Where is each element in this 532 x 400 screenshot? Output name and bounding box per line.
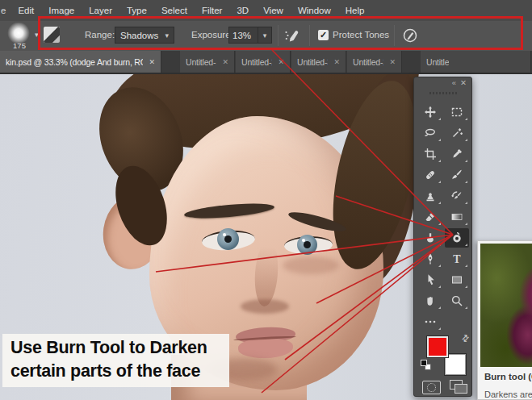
tab-label: Untitled-2 [241, 57, 272, 67]
gradient-tool[interactable] [445, 207, 469, 227]
default-colors-icon[interactable] [421, 360, 432, 371]
pen-tool[interactable] [418, 249, 442, 269]
svg-text:T: T [453, 253, 461, 265]
history-brush-tool[interactable] [445, 186, 469, 206]
eraser-tool[interactable] [418, 207, 442, 227]
menu-item-help[interactable]: Help [343, 4, 367, 17]
portrait-pupil [304, 241, 311, 248]
document-tab[interactable]: Untitled-2 ✕ [236, 51, 291, 73]
tooltip-title: Burn tool (O [484, 372, 532, 381]
type-tool[interactable]: T [445, 249, 469, 269]
portrait-eye-highlight [223, 233, 226, 236]
document-tab-active[interactable]: kin.psd @ 33.3% (dodge And burn, RGB/8) … [0, 51, 161, 73]
tools-panel: « ✕ [413, 77, 472, 397]
menu-item-clipped[interactable]: e [1, 6, 6, 15]
burn-tool-tooltip: Burn tool (O Darkens are [477, 240, 532, 400]
menu-item-type[interactable]: Type [124, 4, 149, 17]
menu-item-filter[interactable]: Filter [199, 4, 225, 17]
tab-label: Untitled-2 [353, 57, 383, 67]
exposure-input[interactable]: 13% [228, 27, 258, 44]
menu-item-3d[interactable]: 3D [234, 4, 251, 17]
zoom-tool[interactable] [445, 291, 469, 310]
protect-tones-checkbox[interactable]: ✓ [318, 30, 329, 40]
burn-tool[interactable] [445, 228, 469, 248]
document-tab[interactable]: Untitled-2 ✕ [347, 51, 402, 73]
close-tab-icon[interactable]: ✕ [389, 58, 396, 66]
close-tab-icon[interactable]: ✕ [149, 58, 155, 66]
rectangular-marquee-tool[interactable] [445, 102, 469, 122]
foreground-color-swatch[interactable] [427, 336, 448, 357]
menu-bar: e Edit Image Layer Type Select Filter 3D… [0, 0, 532, 21]
tab-label: Untitled-1 [186, 57, 216, 67]
document-tab[interactable]: Untitled-3 ✕ [291, 51, 346, 73]
caption-line-2: certain parts of the face [10, 360, 221, 383]
swap-colors-icon[interactable]: ⇄ [459, 332, 472, 345]
tool-options-bar: 175 ▾ Range: Shadows ▾ Exposure: 13% ▾ ✓… [0, 21, 532, 51]
panel-grip[interactable] [429, 92, 457, 94]
magic-wand-tool[interactable] [445, 123, 469, 143]
rectangle-tool[interactable] [445, 270, 469, 290]
protect-tones-label: Protect Tones [333, 30, 389, 40]
document-tab[interactable]: Untitled-1 ✕ [180, 51, 235, 73]
caption-overlay: Use Burn Tool to Darken certain parts of… [2, 334, 229, 387]
range-dropdown[interactable]: Shadows ▾ [115, 27, 174, 44]
chevron-down-icon: ▾ [263, 31, 267, 40]
burn-tool-preset-icon[interactable] [44, 27, 60, 43]
exposure-value: 13% [232, 31, 251, 40]
edit-toolbar[interactable] [418, 312, 442, 331]
photoshop-window: e Edit Image Layer Type Select Filter 3D… [0, 0, 532, 400]
tooltip-body: Darkens are [484, 390, 532, 399]
clone-stamp-tool[interactable] [418, 186, 442, 206]
range-label: Range: [85, 30, 115, 40]
caption-line-1: Use Burn Tool to Darken [10, 336, 221, 360]
close-tab-icon[interactable]: ✕ [278, 58, 284, 66]
brush-size-value: 175 [9, 41, 30, 50]
close-tab-icon[interactable]: ✕ [222, 58, 228, 66]
tab-gap [162, 51, 180, 73]
airbrush-icon[interactable] [282, 26, 301, 45]
chevron-down-icon: ▾ [165, 31, 169, 40]
path-selection-tool[interactable] [418, 270, 442, 290]
document-tab[interactable]: Untitle [421, 51, 531, 73]
portrait-eye-highlight [302, 239, 305, 242]
range-value: Shadows [120, 31, 158, 40]
screen-mode-button[interactable] [450, 380, 467, 394]
tab-gap [403, 51, 421, 73]
menu-item-image[interactable]: Image [46, 4, 77, 17]
tab-label: kin.psd @ 33.3% (dodge And burn, RGB/8) … [6, 57, 143, 67]
crop-tool[interactable] [418, 144, 442, 164]
menu-item-window[interactable]: Window [295, 4, 333, 17]
eyedropper-tool[interactable] [445, 144, 469, 164]
brush-tool[interactable] [445, 165, 469, 185]
pressure-size-icon[interactable] [400, 26, 420, 45]
separator [309, 25, 310, 46]
tab-label: Untitle [426, 57, 449, 67]
chevron-down-icon[interactable]: ▾ [35, 31, 39, 39]
tooltip-flower-image [480, 244, 532, 367]
portrait-shading [283, 256, 339, 274]
tools-panel-header[interactable]: « ✕ [414, 77, 471, 89]
screen-mode-front [455, 384, 467, 394]
menu-item-view[interactable]: View [261, 4, 286, 17]
menu-item-layer[interactable]: Layer [86, 4, 115, 17]
spot-healing-brush-tool[interactable] [418, 165, 442, 185]
tab-label: Untitled-3 [297, 57, 328, 67]
menu-item-select[interactable]: Select [159, 4, 190, 17]
close-panel-icon[interactable]: ✕ [460, 78, 467, 88]
smudge-tool[interactable] [418, 228, 442, 248]
default-foreground [421, 360, 427, 366]
separator [394, 25, 395, 46]
separator [278, 25, 279, 46]
exposure-label: Exposure: [191, 30, 233, 40]
move-tool[interactable] [418, 102, 442, 122]
document-tab-bar: kin.psd @ 33.3% (dodge And burn, RGB/8) … [0, 51, 532, 73]
hand-tool[interactable] [418, 291, 442, 310]
portrait-nostrils [241, 299, 289, 314]
portrait-pupil [224, 235, 232, 243]
lasso-tool[interactable] [418, 123, 442, 143]
close-tab-icon[interactable]: ✕ [333, 58, 340, 66]
collapse-panel-icon[interactable]: « [452, 78, 455, 88]
quick-mask-mode-button[interactable] [422, 381, 441, 394]
exposure-dropdown-button[interactable]: ▾ [258, 27, 272, 44]
menu-item-edit[interactable]: Edit [15, 4, 36, 17]
